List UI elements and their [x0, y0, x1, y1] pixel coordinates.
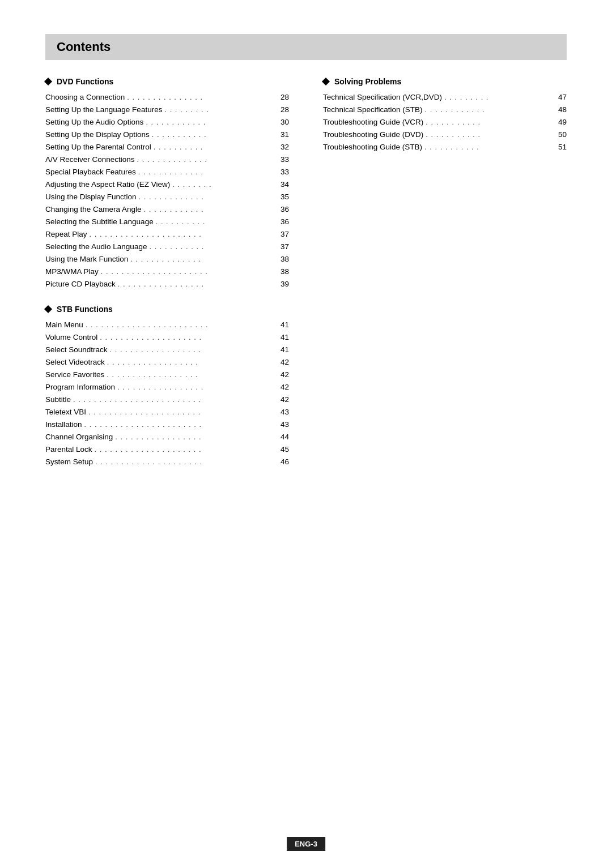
- list-item: Selecting the Subtitle Language . . . . …: [45, 217, 289, 226]
- list-item: Adjusting the Aspect Ratio (EZ View) . .…: [45, 180, 289, 189]
- dvd-functions-section: DVD Functions Choosing a Connection . . …: [45, 77, 289, 289]
- left-column: DVD Functions Choosing a Connection . . …: [45, 77, 289, 470]
- list-item: Using the Mark Function . . . . . . . . …: [45, 255, 289, 264]
- list-item: Channel Organising . . . . . . . . . . .…: [45, 433, 289, 442]
- list-item: Setting Up the Display Options . . . . .…: [45, 130, 289, 139]
- list-item: Repeat Play . . . . . . . . . . . . . . …: [45, 230, 289, 239]
- solving-problems-items: Technical Specification (VCR,DVD) . . . …: [323, 93, 567, 152]
- two-column-layout: DVD Functions Choosing a Connection . . …: [45, 77, 567, 470]
- contents-header: Contents: [45, 34, 567, 60]
- list-item: Technical Specification (STB) . . . . . …: [323, 105, 567, 114]
- diamond-icon: [44, 305, 52, 313]
- list-item: Troubleshooting Guide (STB) . . . . . . …: [323, 143, 567, 152]
- page-container: Contents DVD Functions Choosing a Connec…: [0, 0, 612, 515]
- list-item: Select Videotrack . . . . . . . . . . . …: [45, 358, 289, 367]
- list-item: Select Soundtrack . . . . . . . . . . . …: [45, 345, 289, 354]
- page-title: Contents: [57, 40, 110, 54]
- list-item: Setting Up the Parental Control . . . . …: [45, 143, 289, 152]
- list-item: Volume Control . . . . . . . . . . . . .…: [45, 333, 289, 342]
- list-item: Technical Specification (VCR,DVD) . . . …: [323, 93, 567, 102]
- list-item: System Setup . . . . . . . . . . . . . .…: [45, 457, 289, 467]
- list-item: Troubleshooting Guide (VCR) . . . . . . …: [323, 118, 567, 127]
- list-item: Service Favorites . . . . . . . . . . . …: [45, 370, 289, 379]
- page-footer: ENG-3: [287, 837, 325, 851]
- list-item: Setting Up the Audio Options . . . . . .…: [45, 118, 289, 127]
- stb-functions-heading: STB Functions: [45, 305, 289, 314]
- diamond-icon: [322, 78, 330, 85]
- list-item: Special Playback Features . . . . . . . …: [45, 168, 289, 177]
- list-item: Choosing a Connection . . . . . . . . . …: [45, 93, 289, 102]
- list-item: MP3/WMA Play . . . . . . . . . . . . . .…: [45, 267, 289, 276]
- diamond-icon: [44, 78, 52, 85]
- dvd-functions-heading: DVD Functions: [45, 77, 289, 86]
- list-item: Main Menu . . . . . . . . . . . . . . . …: [45, 320, 289, 330]
- solving-problems-section: Solving Problems Technical Specification…: [323, 77, 567, 152]
- list-item: Teletext VBI . . . . . . . . . . . . . .…: [45, 408, 289, 417]
- stb-functions-section: STB Functions Main Menu . . . . . . . . …: [45, 305, 289, 467]
- list-item: A/V Receiver Connections . . . . . . . .…: [45, 155, 289, 164]
- list-item: Using the Display Function . . . . . . .…: [45, 193, 289, 202]
- dvd-functions-items: Choosing a Connection . . . . . . . . . …: [45, 93, 289, 289]
- list-item: Selecting the Audio Language . . . . . .…: [45, 242, 289, 251]
- stb-functions-items: Main Menu . . . . . . . . . . . . . . . …: [45, 320, 289, 467]
- list-item: Parental Lock . . . . . . . . . . . . . …: [45, 445, 289, 454]
- list-item: Subtitle . . . . . . . . . . . . . . . .…: [45, 395, 289, 404]
- list-item: Changing the Camera Angle . . . . . . . …: [45, 205, 289, 214]
- solving-problems-heading: Solving Problems: [323, 77, 567, 86]
- right-column: Solving Problems Technical Specification…: [323, 77, 567, 470]
- list-item: Installation . . . . . . . . . . . . . .…: [45, 420, 289, 429]
- list-item: Troubleshooting Guide (DVD) . . . . . . …: [323, 130, 567, 139]
- list-item: Picture CD Playback . . . . . . . . . . …: [45, 280, 289, 289]
- list-item: Program Information . . . . . . . . . . …: [45, 383, 289, 392]
- list-item: Setting Up the Language Features . . . .…: [45, 105, 289, 114]
